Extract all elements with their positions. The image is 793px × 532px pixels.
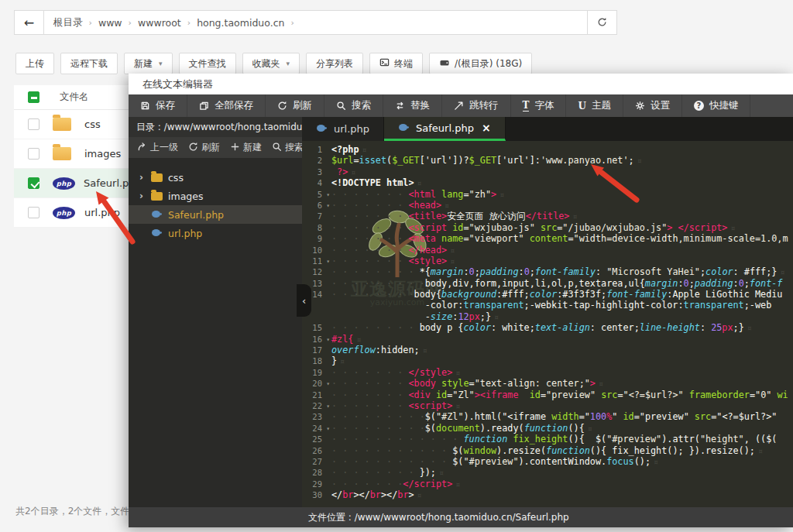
goto-line-icon [454,101,464,111]
editor-toolbar-label: 快捷键 [709,99,739,112]
code-line: 24▾· · · · · · · · ·$(document).ready(fu… [302,423,793,434]
code-text: <?php¤ [331,144,367,155]
editor-toolbar-label: 全部保存 [215,99,253,112]
tree-item-css[interactable]: ›css [129,168,302,187]
file-name: images [84,148,121,160]
fold-arrow-icon[interactable]: ▾ [326,401,330,412]
editor-toolbar-theme-button[interactable]: U主题 [566,94,623,117]
refresh-icon [188,142,198,154]
line-number: 8 [302,222,331,233]
line-number: 9 [302,233,331,244]
tree-item-images[interactable]: ›images [129,187,302,205]
breadcrumb-item[interactable]: www [98,17,122,29]
code-text: · · · · · · · · ·body,div,form,input,li,… [331,278,782,289]
sidebar-action-label: 上一级 [150,141,178,154]
code-line: 26· · · · · · · · · · · $(window).resize… [302,445,793,456]
fold-arrow-icon[interactable]: ▾ [326,256,330,267]
folder-icon [151,173,163,182]
terminal-icon [379,57,390,70]
code-text: · · · · · · · · ·$(document).ready(funct… [331,423,592,434]
fold-arrow-icon[interactable]: ▾ [326,379,330,390]
select-all-checkbox[interactable] [28,91,39,103]
row-checkbox[interactable] [28,207,39,218]
file-toolbar: 上传远程下载新建▾文件查找收藏夹▾分享列表终端/(根目录) (18G) [15,53,532,74]
file-name: url.php [84,207,120,218]
toolbar-button-label: 分享列表 [316,57,353,70]
chevron-right-icon[interactable]: › [139,190,146,201]
fold-arrow-icon[interactable]: ▾ [326,201,330,211]
breadcrumb-item[interactable]: wwwroot [138,17,181,29]
toolbar-button-新建[interactable]: 新建▾ [124,53,173,74]
code-line: 1<?php¤ [302,144,793,155]
editor-tab-url.php[interactable]: url.php [302,117,384,141]
row-checkbox[interactable] [28,148,39,160]
editor-toolbar-save-button[interactable]: 保存 [129,94,187,117]
line-number: 29 [302,479,331,489]
toolbar-button-分享列表[interactable]: 分享列表 [306,53,363,74]
code-line: 28· · · · · · · · });¤ [302,467,793,478]
breadcrumb-separator: › [129,18,132,28]
code-line: 6▾· · · · · · · <head>¤ [302,200,793,211]
tree-item-Safeurl.php[interactable]: Safeurl.php [129,205,302,224]
row-checkbox[interactable] [28,177,39,189]
fold-arrow-icon[interactable]: ▾ [326,190,330,201]
fold-arrow-icon[interactable]: ▾ [326,335,330,345]
code-text: · · · · · · · <div id="Zl"><iframe id="p… [331,390,788,400]
code-line: 20▾· · · · · · · <body style="text-align… [302,378,793,389]
editor-tab-Safeurl.php[interactable]: Safeurl.php× [384,117,506,141]
line-number: 21 [302,390,331,400]
editor-toolbar-hotkeys-button[interactable]: ?快捷键 [682,94,751,117]
breadcrumb-item[interactable]: hong.taomiduo.cn [197,17,284,29]
file-row-images[interactable]: images [14,139,130,169]
editor-toolbar-save-all-button[interactable]: 全部保存 [187,94,266,117]
editor-toolbar-search-button[interactable]: 搜索 [324,94,383,117]
code-line: 13· · · · · · · · ·body,div,form,input,l… [302,278,793,289]
search-icon [336,101,346,111]
breadcrumb: 根目录›www›wwwroot›hong.taomiduo.cn› [44,11,587,34]
close-tab-icon[interactable]: × [482,122,491,134]
toolbar-button-终端[interactable]: 终端 [369,53,423,74]
code-line: 23· · · · · · · · ·$("#Zl").html("<ifram… [302,411,793,422]
toolbar-button-上传[interactable]: 上传 [15,53,54,74]
sidebar-action-up[interactable]: 上一级 [137,141,178,154]
sidebar-collapse-handle[interactable]: ‹ [297,284,311,317]
code-line: 2$url=isset($_GET['url'])?$_GET['url']:'… [302,155,793,166]
line-number: 28 [302,467,331,478]
code-editor[interactable]: 亚逸源码网 yaxiyun.com 1<?php¤2$url=isset($_G… [302,141,793,507]
editor-toolbar-goto-line-button[interactable]: 跳转行 [442,94,511,117]
refresh-path-button[interactable] [587,11,616,34]
editor-toolbar-refresh-button[interactable]: 刷新 [266,94,324,117]
line-number: 18 [302,355,331,366]
settings-icon [635,101,645,111]
line-number: 24▾ [302,423,331,434]
breadcrumb-item[interactable]: 根目录 [53,16,83,29]
file-row-Safeurl.php[interactable]: phpSafeurl.php [14,169,130,198]
toolbar-button-远程下载[interactable]: 远程下载 [60,53,118,74]
php-file-icon [316,123,328,135]
chevron-right-icon[interactable]: › [139,172,146,183]
tree-item-url.php[interactable]: url.php [129,224,302,242]
code-text: · · · · · · · </head>¤ [331,245,455,256]
code-line: 5▾· · · · · · · <html lang="zh">¤ [302,189,793,200]
toolbar-button-收藏夹[interactable]: 收藏夹▾ [242,53,300,74]
sidebar-action-plus[interactable]: 新建 [230,141,262,154]
editor-toolbar-label: 设置 [651,99,670,112]
row-checkbox[interactable] [28,118,39,130]
fold-arrow-icon[interactable]: ▾ [326,424,330,434]
file-name: css [84,118,101,130]
code-line: 16▾#zl{¤ [302,334,793,345]
editor-toolbar-font-button[interactable]: T字体 [511,94,567,117]
sidebar-action-search[interactable]: 搜索 [272,141,304,154]
folder-icon [53,147,71,160]
sidebar-action-refresh[interactable]: 刷新 [188,141,220,154]
editor-toolbar-settings-button[interactable]: 设置 [623,94,682,117]
file-row-url.php[interactable]: phpurl.php [14,198,130,228]
code-text: -size:12px;}¤ [331,311,499,322]
file-row-css[interactable]: css [14,110,130,139]
editor-toolbar-replace-button[interactable]: 替换 [383,94,442,117]
back-button[interactable]: ← [15,11,44,34]
sidebar-file-tree: ›css›imagesSafeurl.phpurl.php [129,158,302,507]
toolbar-button-/(根目录) (18G)[interactable]: /(根目录) (18G) [429,53,532,74]
line-number: 22▾ [302,400,331,411]
toolbar-button-文件查找[interactable]: 文件查找 [179,53,236,74]
